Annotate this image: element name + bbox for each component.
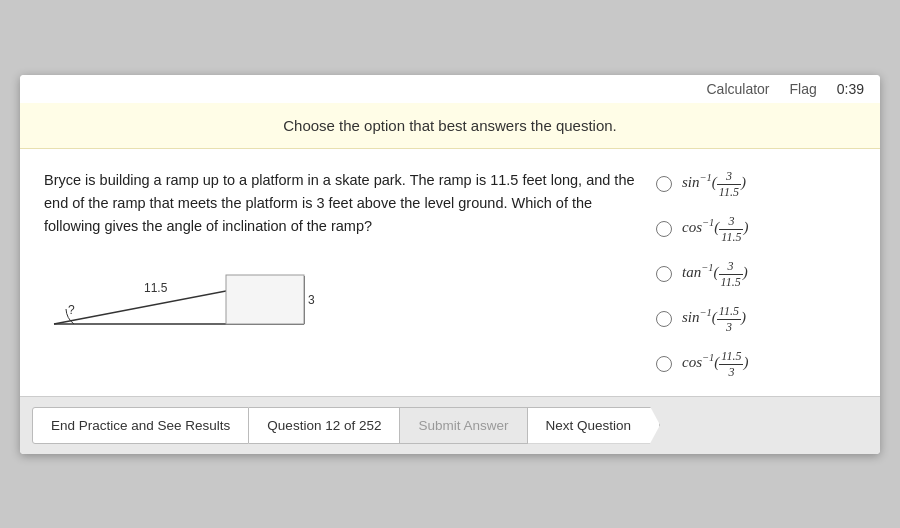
answer-label-4: sin−1(11.53) (682, 304, 746, 335)
answer-label-2: cos−1(311.5) (682, 214, 748, 245)
answer-option-3[interactable]: tan−1(311.5) (656, 259, 856, 290)
question-counter: Question 12 of 252 (249, 407, 400, 444)
answer-option-5[interactable]: cos−1(11.53) (656, 349, 856, 380)
svg-rect-3 (226, 275, 304, 324)
question-section: Bryce is building a ramp up to a platfor… (44, 169, 636, 380)
instruction-text: Choose the option that best answers the … (283, 117, 617, 134)
angle-label: ? (68, 303, 75, 317)
hyp-label: 11.5 (144, 281, 168, 295)
radio-4[interactable] (656, 311, 672, 327)
footer-bar: End Practice and See Results Question 12… (20, 396, 880, 454)
flag-button[interactable]: Flag (790, 81, 817, 97)
calculator-button[interactable]: Calculator (706, 81, 769, 97)
ramp-diagram: 11.5 ? 3 (44, 256, 636, 343)
submit-answer-button[interactable]: Submit Answer (400, 407, 527, 444)
answer-option-4[interactable]: sin−1(11.53) (656, 304, 856, 335)
instruction-bar: Choose the option that best answers the … (20, 103, 880, 149)
answers-area: sin−1(311.5) cos−1(311.5) tan−1(311.5) (656, 169, 856, 380)
top-bar: Calculator Flag 0:39 (20, 75, 880, 103)
question-text: Bryce is building a ramp up to a platfor… (44, 169, 636, 239)
main-card: Calculator Flag 0:39 Choose the option t… (20, 75, 880, 454)
answer-option-2[interactable]: cos−1(311.5) (656, 214, 856, 245)
answer-option-1[interactable]: sin−1(311.5) (656, 169, 856, 200)
radio-5[interactable] (656, 356, 672, 372)
radio-2[interactable] (656, 221, 672, 237)
answer-label-3: tan−1(311.5) (682, 259, 748, 290)
ramp-svg: 11.5 ? 3 (44, 256, 324, 336)
opp-label: 3 (308, 293, 315, 307)
radio-3[interactable] (656, 266, 672, 282)
next-question-button[interactable]: Next Question (528, 407, 661, 444)
radio-1[interactable] (656, 176, 672, 192)
timer-display: 0:39 (837, 81, 864, 97)
end-practice-button[interactable]: End Practice and See Results (32, 407, 249, 444)
answer-label-1: sin−1(311.5) (682, 169, 746, 200)
answer-label-5: cos−1(11.53) (682, 349, 748, 380)
content-area: Bryce is building a ramp up to a platfor… (20, 149, 880, 396)
